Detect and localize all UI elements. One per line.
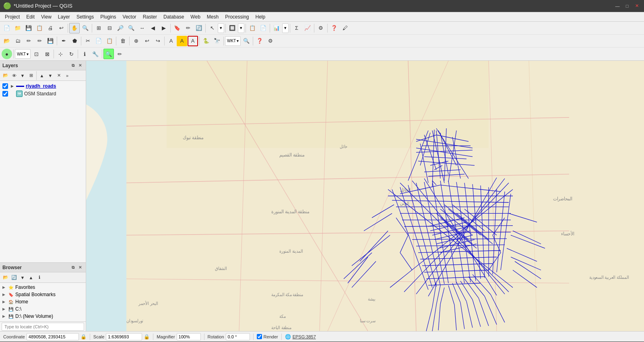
digitize3-btn[interactable]: ● (2, 49, 12, 59)
new-project-button[interactable]: 📄 (2, 23, 12, 33)
snap-btn[interactable]: ⊡ (31, 49, 41, 59)
copy-features[interactable]: 📋 (247, 23, 258, 33)
move-btn[interactable]: ⊹ (55, 49, 66, 59)
cut-btn[interactable]: ✂ (83, 36, 93, 46)
layer-name-riyadh-roads[interactable]: riyadh_roads (26, 83, 56, 89)
save-project-button[interactable]: 💾 (23, 23, 34, 33)
identify-btn[interactable]: 🔲 (227, 23, 237, 33)
menu-plugins[interactable]: Plugins (97, 13, 119, 21)
browser-item-d-drive[interactable]: ▶ 💾 D:\ (New Volume) (0, 313, 86, 320)
layer-expand-riyadh-roads[interactable]: ▶ (10, 84, 14, 89)
wkt2-dropdown[interactable]: WKT ▾ (15, 49, 31, 59)
browser-up-btn[interactable]: ▲ (27, 274, 35, 282)
draw-button[interactable]: ✏ (183, 23, 193, 33)
help2-btn[interactable]: ❓ (254, 36, 265, 46)
minimize-button[interactable]: — (613, 2, 621, 10)
layer-item-riyadh-roads[interactable]: ▶ riyadh_roads (0, 82, 86, 90)
filter-btn[interactable]: ▼ (19, 72, 27, 80)
select-dropdown[interactable]: ▾ (218, 23, 224, 33)
zoom-selection-button[interactable]: 🔎 (115, 23, 126, 33)
label2-btn[interactable]: A (177, 36, 187, 46)
pan-map-button[interactable]: ↔ (137, 23, 147, 33)
move-up-btn[interactable]: ▲ (38, 72, 46, 80)
close-button[interactable]: ✕ (633, 2, 641, 10)
browser-info-btn[interactable]: ℹ (35, 274, 43, 282)
zoom-next-button[interactable]: ▶ (159, 23, 169, 33)
pan-button[interactable]: ✋ (69, 23, 80, 33)
config-btn[interactable]: 🔧 (90, 49, 101, 59)
magnifier-input[interactable] (177, 333, 201, 340)
open-layer-tb-btn[interactable]: 📂 (2, 72, 10, 80)
open-project-button[interactable]: 📁 (12, 23, 23, 33)
render-checkbox[interactable] (257, 334, 262, 339)
print-button[interactable]: 🖨 (45, 23, 56, 33)
new-layer-btn[interactable]: 🗂 (12, 36, 23, 46)
python-btn[interactable]: 🐍 (201, 36, 211, 46)
table-dropdown[interactable]: ▾ (282, 23, 289, 33)
layer-check-riyadh-roads[interactable] (2, 83, 8, 89)
open-table[interactable]: 📊 (271, 23, 282, 33)
identify-dropdown[interactable]: ▾ (238, 23, 244, 33)
undo-button[interactable]: ↩ (56, 23, 66, 33)
zoom-prev-button[interactable]: ◀ (148, 23, 158, 33)
delete-btn[interactable]: 🗑 (118, 36, 128, 46)
help-btn[interactable]: ❓ (329, 23, 339, 33)
search-input[interactable] (2, 323, 84, 331)
layer-name-osm-standard[interactable]: OSM Standard (24, 91, 56, 97)
snap2-btn[interactable]: ⊠ (42, 49, 52, 59)
menu-mesh[interactable]: Mesh (204, 13, 222, 21)
rotation-input[interactable] (226, 333, 250, 340)
menu-database[interactable]: Database (160, 13, 187, 21)
stats-btn[interactable]: 📈 (302, 23, 313, 33)
filter2-btn[interactable]: ⊞ (27, 72, 35, 80)
edit2-btn[interactable]: ✏ (34, 36, 45, 46)
browser-item-favorites[interactable]: ▶ ⭐ Favorites (0, 284, 86, 291)
digitize-btn[interactable]: 🖊 (340, 23, 350, 33)
node-btn[interactable]: ⬟ (69, 36, 80, 46)
layers-close-btn[interactable]: ✕ (77, 62, 83, 69)
merge-btn[interactable]: ⊕ (131, 36, 141, 46)
menu-help[interactable]: Help (252, 13, 269, 21)
layer-check-osm-standard[interactable] (2, 91, 8, 97)
open-layer-btn[interactable]: 📂 (2, 36, 12, 46)
epsg-text[interactable]: EPSG:3857 (293, 334, 316, 339)
label3-btn[interactable]: A (188, 36, 198, 46)
settings2-btn[interactable]: ⚙ (265, 36, 276, 46)
search-location-btn[interactable]: 🔍 (103, 49, 114, 59)
wkt-dropdown[interactable]: WKT ▾ (225, 36, 241, 46)
render-label[interactable]: Render (264, 334, 278, 339)
menu-vector[interactable]: Vector (120, 13, 140, 21)
edit3-btn[interactable]: ✏ (114, 49, 125, 59)
edit-btn[interactable]: ✏ (23, 36, 34, 46)
scale-input[interactable] (106, 333, 142, 340)
menu-view[interactable]: View (38, 13, 55, 21)
menu-raster[interactable]: Raster (140, 13, 160, 21)
layer-expand-osm-standard[interactable] (10, 91, 14, 96)
coordinate-input[interactable] (27, 333, 79, 340)
remove-layer-btn[interactable]: ✕ (55, 72, 63, 80)
map-area[interactable]: منطقة تبوك منطقة القصيم منطقة المدينة ال… (86, 61, 644, 331)
browser-close-btn[interactable]: ✕ (77, 264, 83, 271)
zoom-in-button[interactable]: 🔍 (80, 23, 91, 33)
settings-btn[interactable]: ⚙ (316, 23, 326, 33)
paste2-btn[interactable]: 📋 (104, 36, 115, 46)
field-calc[interactable]: Σ (291, 23, 302, 33)
undo2-btn[interactable]: ↩ (142, 36, 152, 46)
browser-item-home[interactable]: ▶ 🏠 Home (0, 298, 86, 305)
identify2-btn[interactable]: 🔍 (241, 36, 252, 46)
menu-layer[interactable]: Layer (55, 13, 73, 21)
layers-float-btn[interactable]: ⧉ (70, 62, 76, 69)
layer-item-osm-standard[interactable]: 🗺 OSM Standard (0, 90, 86, 98)
redo-btn[interactable]: ↪ (153, 36, 163, 46)
zoom-out-button[interactable]: 🔍 (126, 23, 136, 33)
menu-project[interactable]: Project (2, 13, 23, 21)
browser-float-btn[interactable]: ⧉ (70, 264, 76, 271)
copy-btn[interactable]: 📄 (93, 36, 104, 46)
move-down-btn[interactable]: ▼ (46, 72, 54, 80)
save-as-button[interactable]: 📋 (34, 23, 45, 33)
more-options-btn[interactable]: » (63, 72, 71, 80)
label-btn[interactable]: A (166, 36, 176, 46)
browser-item-spatial-bookmarks[interactable]: ▶ 🔖 Spatial Bookmarks (0, 291, 86, 298)
menu-edit[interactable]: Edit (23, 13, 38, 21)
save-edits-btn[interactable]: 💾 (45, 36, 56, 46)
